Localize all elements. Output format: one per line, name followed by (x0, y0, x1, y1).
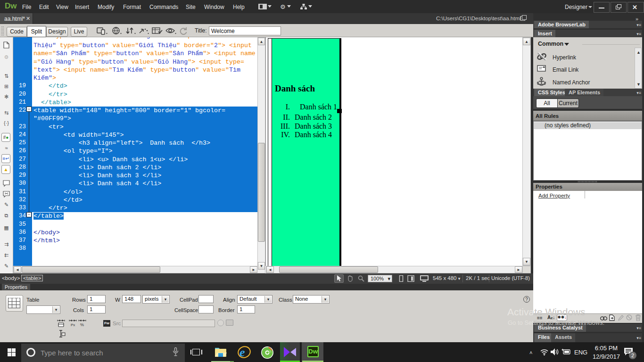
svg-text:%: % (80, 322, 84, 327)
svg-text:Px: Px (71, 323, 75, 327)
svg-text:e: e (239, 346, 245, 359)
